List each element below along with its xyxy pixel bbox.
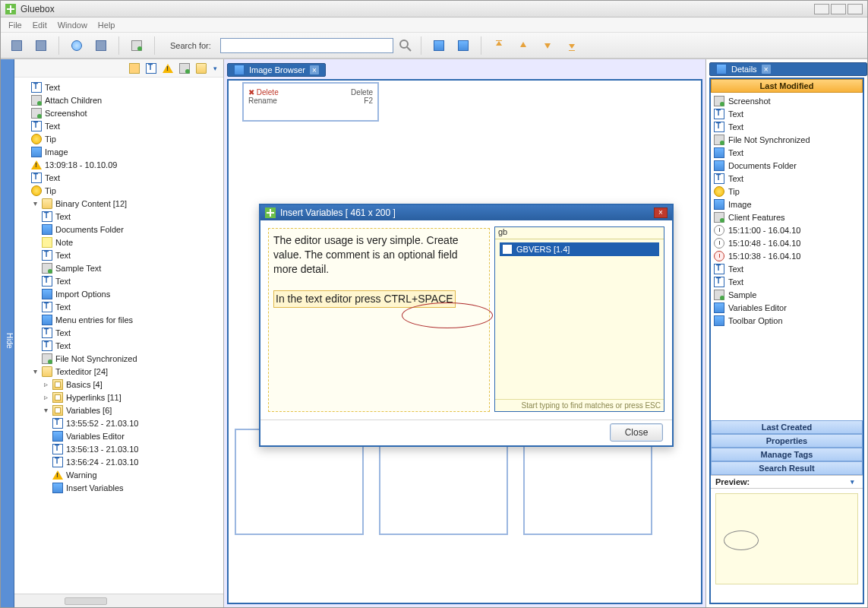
search-icon[interactable] xyxy=(398,38,413,53)
screenshot-button[interactable] xyxy=(127,36,147,55)
tree-item[interactable]: 13:56:24 - 21.03.10 xyxy=(51,455,223,468)
accordion-manage-tags[interactable]: Manage Tags xyxy=(711,448,863,461)
list-item[interactable]: 15:11:00 - 16.04.10 xyxy=(714,223,860,236)
autocomplete-input[interactable]: gb xyxy=(495,227,664,239)
preview-header[interactable]: Preview:▾ xyxy=(711,475,863,489)
tab-details[interactable]: Details × xyxy=(709,62,867,76)
menu-help[interactable]: Help xyxy=(98,21,115,30)
text-filter-icon[interactable] xyxy=(144,62,158,75)
scroll-thumb[interactable] xyxy=(65,597,107,605)
close-button[interactable]: Close xyxy=(610,423,663,442)
tree-folder[interactable]: ▾Texteditor [24] xyxy=(30,365,223,378)
tree-item[interactable]: Text xyxy=(40,210,223,223)
search-input[interactable] xyxy=(220,38,393,53)
tree-item[interactable]: File Not Synchronized xyxy=(40,352,223,365)
maximize-button[interactable] xyxy=(831,4,846,14)
move-up-button[interactable] xyxy=(513,36,533,55)
list-item[interactable]: Text xyxy=(714,107,860,120)
menu-edit[interactable]: Edit xyxy=(33,21,47,30)
tree-folder[interactable]: ▾Binary Content [12] xyxy=(30,197,223,210)
list-item[interactable]: Text xyxy=(714,120,860,133)
tree-item[interactable]: Note xyxy=(40,236,223,249)
list-item[interactable]: Sample xyxy=(714,288,860,301)
tree-item[interactable]: Variables Editor xyxy=(51,429,223,442)
tree-item[interactable]: Warning xyxy=(51,468,223,481)
accordion-last-modified[interactable]: Last Modified xyxy=(711,79,863,93)
tree-item[interactable]: Sample Text xyxy=(40,261,223,274)
accordion-last-created[interactable]: Last Created xyxy=(711,420,863,434)
tree-hscroll[interactable] xyxy=(14,594,223,607)
layout1-button[interactable] xyxy=(429,36,449,55)
tree-item[interactable]: Text xyxy=(30,119,223,132)
move-down-button[interactable] xyxy=(538,36,557,55)
tree-item[interactable]: 13:55:52 - 21.03.10 xyxy=(51,416,223,429)
tree-folder[interactable]: ▹Basics [4] xyxy=(40,378,223,391)
list-item[interactable]: 15:10:38 - 16.04.10 xyxy=(714,249,860,262)
pin-icon[interactable] xyxy=(128,62,141,75)
tree-item[interactable]: Text xyxy=(40,300,223,313)
tree-item[interactable]: 13:09:18 - 10.10.09 xyxy=(30,158,223,171)
tree-item[interactable]: Attach Children xyxy=(30,93,223,106)
list-item[interactable]: Variables Editor xyxy=(714,301,860,314)
globe-button[interactable] xyxy=(67,36,87,55)
tree-item[interactable]: Text xyxy=(40,274,223,287)
list-item[interactable]: Text xyxy=(714,172,860,185)
details-list[interactable]: Screenshot Text Text File Not Synchroniz… xyxy=(711,93,863,420)
list-item[interactable]: Text xyxy=(714,262,860,275)
tree-item[interactable]: Tip xyxy=(30,132,223,145)
list-item[interactable]: Screenshot xyxy=(714,94,860,107)
tree-item[interactable]: Tip xyxy=(30,184,223,197)
list-item[interactable]: File Not Synchronized xyxy=(714,133,860,146)
dialog-close-icon[interactable]: × xyxy=(654,207,668,218)
layout2-button[interactable] xyxy=(453,36,473,55)
minimize-button[interactable] xyxy=(814,4,829,14)
tree-item[interactable]: Insert Variables xyxy=(51,481,223,494)
accordion-search-result[interactable]: Search Result xyxy=(711,461,863,475)
tree-item[interactable]: 13:56:13 - 21.03.10 xyxy=(51,442,223,455)
tree-item[interactable]: Image xyxy=(30,145,223,158)
chevron-down-icon[interactable]: ▾ xyxy=(851,478,858,486)
titlebar[interactable]: Gluebox xyxy=(1,1,867,17)
list-item[interactable]: Text xyxy=(714,146,860,159)
tab-image-browser[interactable]: Image Browser × xyxy=(227,63,326,77)
close-window-button[interactable] xyxy=(847,4,863,14)
move-bottom-button[interactable] xyxy=(562,36,582,55)
tree-folder[interactable]: ▾Variables [6] xyxy=(40,404,223,416)
tree-item[interactable]: Menu entries for files xyxy=(40,313,223,326)
tree-item[interactable]: Screenshot xyxy=(30,106,223,119)
list-item[interactable]: Tip xyxy=(714,185,860,198)
tree-item[interactable]: Text xyxy=(40,249,223,261)
save-all-button[interactable] xyxy=(31,36,51,55)
tree-item[interactable]: Text xyxy=(40,339,223,352)
tree[interactable]: Text Attach Children Screenshot Text Tip… xyxy=(14,78,223,594)
tree-folder[interactable]: ▹Hyperlinks [11] xyxy=(40,391,223,404)
list-item[interactable]: Documents Folder xyxy=(714,159,860,172)
warn-filter-icon[interactable] xyxy=(161,62,175,75)
list-item[interactable]: Client Features xyxy=(714,211,860,223)
dialog-titlebar[interactable]: Insert Variables [ 461 x 200 ] × xyxy=(260,205,672,220)
autocomplete-item[interactable]: GBVERS [1.4] xyxy=(500,242,659,256)
list-item[interactable]: Image xyxy=(714,198,860,211)
tab-close-icon[interactable]: × xyxy=(762,65,771,74)
scr-filter-icon[interactable] xyxy=(178,62,191,75)
hide-handle[interactable]: Hide xyxy=(1,59,14,607)
tree-item[interactable]: Documents Folder xyxy=(40,223,223,236)
accordion-properties[interactable]: Properties xyxy=(711,434,863,448)
text-editor[interactable]: The editor usage is very simple. Create … xyxy=(268,228,490,412)
menu-window[interactable]: Window xyxy=(58,21,87,30)
tree-item[interactable]: Import Options xyxy=(40,287,223,300)
tree-item[interactable]: Text xyxy=(40,326,223,339)
folder-filter-icon[interactable] xyxy=(194,62,208,75)
tree-item[interactable]: Text xyxy=(30,171,223,184)
move-top-button[interactable] xyxy=(489,36,509,55)
list-item[interactable]: Text xyxy=(714,275,860,288)
list-item[interactable]: Toolbar Option xyxy=(714,314,860,327)
list-item[interactable]: 15:10:48 - 16.04.10 xyxy=(714,236,860,249)
menu-file[interactable]: File xyxy=(8,21,22,30)
tab-label: Details xyxy=(731,65,757,74)
save-web-button[interactable] xyxy=(91,36,111,55)
tree-item[interactable]: Text xyxy=(30,81,223,93)
save-button[interactable] xyxy=(7,36,27,55)
sidebar-menu-icon[interactable]: ▾ xyxy=(211,62,219,75)
tab-close-icon[interactable]: × xyxy=(310,65,319,74)
